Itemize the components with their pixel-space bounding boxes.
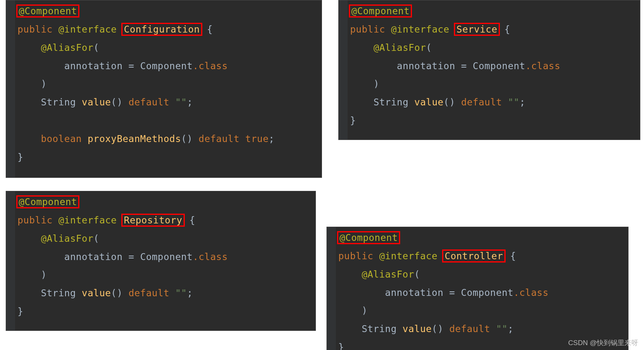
semicolon: ; [519,97,525,107]
component-annotation: @Component [16,195,79,208]
default-keyword: default [449,324,490,334]
interface-keyword: @interface [58,215,116,225]
brace-open: { [184,215,195,225]
paren-open: ( [94,233,99,244]
annotation-assign: annotation = [64,252,140,262]
interface-keyword: @interface [379,251,437,261]
paren-pair: () [111,288,123,298]
annotation-assign: annotation = [385,287,461,298]
paren-pair: () [181,133,193,144]
code-block: @Component public @interface Repository … [6,191,315,322]
semicolon: ; [269,133,274,144]
interface-name: Repository [121,214,184,227]
semicolon: ; [187,288,193,298]
aliasfor-annotation: @AliasFor [361,269,414,280]
string-type: String [361,324,396,334]
default-keyword: default [129,97,169,107]
method-name-value: value [403,324,432,334]
aliasfor-annotation: @AliasFor [41,233,93,244]
aliasfor-annotation: @AliasFor [373,42,426,53]
public-keyword: public [18,215,53,225]
default-keyword: default [461,97,502,107]
semicolon: ; [187,97,193,107]
brace-open: { [499,24,510,35]
interface-keyword: @interface [58,24,116,35]
interface-keyword: @interface [391,24,449,35]
dot-class-keyword: .class [525,61,560,71]
paren-open: ( [94,42,99,53]
paren-close: ) [373,79,379,89]
component-annotation: @Component [16,4,79,18]
method-name-value: value [82,97,111,107]
code-panel-repository: @Component public @interface Repository … [6,191,316,331]
code-block: @Component public @interface Service { @… [339,0,640,131]
empty-string-literal: "" [175,288,187,298]
brace-close: } [18,306,23,317]
component-class-ref: Component [461,287,513,298]
component-annotation: @Component [349,4,412,18]
paren-open: ( [426,42,432,53]
empty-string-literal: "" [496,324,508,334]
method-name-proxy: proxyBeanMethods [88,133,181,144]
brace-open: { [201,24,213,35]
paren-close: ) [361,305,367,316]
string-type: String [373,97,408,107]
empty-string-literal: "" [508,97,519,107]
paren-pair: () [444,97,456,107]
default-keyword: default [199,133,239,144]
string-type: String [41,288,76,298]
interface-name: Configuration [121,23,202,36]
code-panel-controller: @Component public @interface Controller … [326,227,629,350]
brace-close: } [18,152,23,162]
component-annotation: @Component [337,231,400,244]
method-name-value: value [414,97,444,107]
paren-close: ) [41,79,46,89]
brace-close: } [350,115,356,126]
code-block: @Component public @interface Configurati… [6,0,322,168]
brace-open: { [504,251,516,261]
paren-pair: () [432,324,444,334]
string-type: String [41,97,76,107]
empty-string-literal: "" [175,97,187,107]
paren-pair: () [111,97,123,107]
annotation-assign: annotation = [64,61,140,71]
public-keyword: public [338,251,373,261]
aliasfor-annotation: @AliasFor [41,42,93,53]
code-panel-configuration: @Component public @interface Configurati… [6,0,322,178]
method-name-value: value [82,288,111,298]
brace-close: } [338,342,344,350]
code-block: @Component public @interface Controller … [327,227,628,350]
dot-class-keyword: .class [193,252,228,262]
paren-open: ( [414,269,420,280]
semicolon: ; [508,324,513,334]
component-class-ref: Component [140,252,193,262]
default-keyword: default [129,288,169,298]
paren-close: ) [41,269,46,280]
public-keyword: public [350,24,385,35]
interface-name: Service [454,23,499,36]
component-class-ref: Component [473,61,525,71]
true-keyword: true [245,133,269,144]
code-panel-service: @Component public @interface Service { @… [338,0,640,140]
interface-name: Controller [442,249,505,262]
dot-class-keyword: .class [193,61,228,71]
public-keyword: public [18,24,53,35]
annotation-assign: annotation = [397,61,473,71]
component-class-ref: Component [140,61,193,71]
boolean-keyword: boolean [41,133,81,144]
dot-class-keyword: .class [513,287,548,298]
